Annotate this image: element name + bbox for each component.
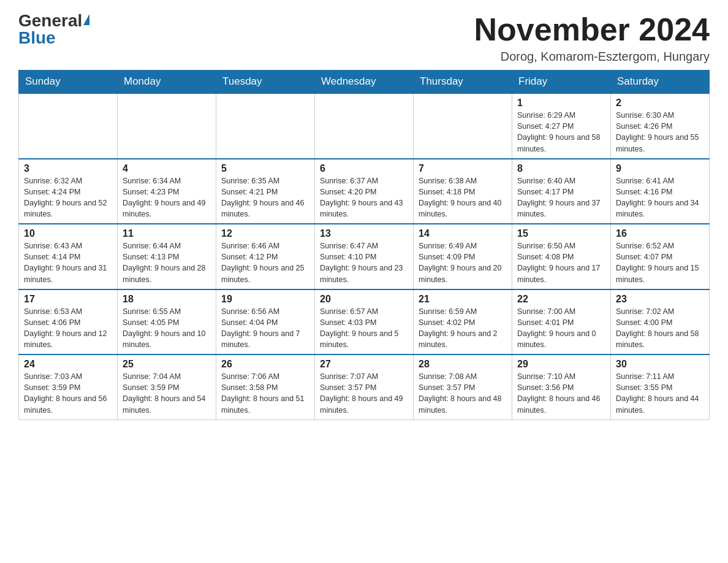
day-info: Sunrise: 6:47 AMSunset: 4:10 PMDaylight:… [320, 240, 408, 285]
day-info: Sunrise: 6:59 AMSunset: 4:02 PMDaylight:… [419, 306, 507, 351]
calendar-table: SundayMondayTuesdayWednesdayThursdayFrid… [18, 70, 710, 420]
calendar-day-22: 22Sunrise: 7:00 AMSunset: 4:01 PMDayligh… [512, 289, 611, 355]
weekday-header-monday: Monday [118, 71, 216, 94]
day-number: 26 [221, 359, 309, 370]
calendar-day-26: 26Sunrise: 7:06 AMSunset: 3:58 PMDayligh… [216, 354, 315, 419]
day-info: Sunrise: 6:37 AMSunset: 4:20 PMDaylight:… [320, 175, 408, 220]
day-info: Sunrise: 6:35 AMSunset: 4:21 PMDaylight:… [221, 175, 309, 220]
calendar-day-13: 13Sunrise: 6:47 AMSunset: 4:10 PMDayligh… [315, 224, 414, 289]
day-number: 28 [419, 359, 507, 370]
day-number: 19 [221, 294, 309, 305]
day-number: 3 [24, 163, 112, 174]
day-number: 24 [24, 359, 112, 370]
day-info: Sunrise: 6:34 AMSunset: 4:23 PMDaylight:… [123, 175, 211, 220]
day-info: Sunrise: 7:08 AMSunset: 3:57 PMDaylight:… [419, 371, 507, 416]
day-number: 2 [616, 98, 704, 109]
day-info: Sunrise: 7:11 AMSunset: 3:55 PMDaylight:… [616, 371, 704, 416]
day-info: Sunrise: 6:43 AMSunset: 4:14 PMDaylight:… [24, 240, 112, 285]
calendar-day-1: 1Sunrise: 6:29 AMSunset: 4:27 PMDaylight… [512, 93, 611, 159]
day-info: Sunrise: 7:00 AMSunset: 4:01 PMDaylight:… [517, 306, 605, 351]
day-info: Sunrise: 6:40 AMSunset: 4:17 PMDaylight:… [517, 175, 605, 220]
calendar-empty-cell [19, 93, 118, 159]
logo-triangle-icon [83, 14, 89, 25]
weekday-header-friday: Friday [512, 71, 611, 94]
day-number: 16 [616, 228, 704, 239]
calendar-day-20: 20Sunrise: 6:57 AMSunset: 4:03 PMDayligh… [315, 289, 414, 355]
day-number: 17 [24, 294, 112, 305]
calendar-day-29: 29Sunrise: 7:10 AMSunset: 3:56 PMDayligh… [512, 354, 611, 419]
calendar-day-16: 16Sunrise: 6:52 AMSunset: 4:07 PMDayligh… [611, 224, 710, 289]
day-number: 29 [517, 359, 605, 370]
calendar-day-23: 23Sunrise: 7:02 AMSunset: 4:00 PMDayligh… [611, 289, 710, 355]
month-title: November 2024 [474, 12, 710, 47]
day-number: 4 [123, 163, 211, 174]
calendar-empty-cell [216, 93, 315, 159]
calendar-day-5: 5Sunrise: 6:35 AMSunset: 4:21 PMDaylight… [216, 159, 315, 224]
page-header: General Blue November 2024 Dorog, Komaro… [18, 12, 710, 64]
day-info: Sunrise: 6:38 AMSunset: 4:18 PMDaylight:… [419, 175, 507, 220]
calendar-empty-cell [315, 93, 414, 159]
day-number: 8 [517, 163, 605, 174]
calendar-week-row: 1Sunrise: 6:29 AMSunset: 4:27 PMDaylight… [19, 93, 710, 159]
day-number: 23 [616, 294, 704, 305]
calendar-day-21: 21Sunrise: 6:59 AMSunset: 4:02 PMDayligh… [414, 289, 512, 355]
day-info: Sunrise: 6:52 AMSunset: 4:07 PMDaylight:… [616, 240, 704, 285]
calendar-day-9: 9Sunrise: 6:41 AMSunset: 4:16 PMDaylight… [611, 159, 710, 224]
calendar-day-3: 3Sunrise: 6:32 AMSunset: 4:24 PMDaylight… [19, 159, 118, 224]
day-info: Sunrise: 7:02 AMSunset: 4:00 PMDaylight:… [616, 306, 704, 351]
day-number: 13 [320, 228, 408, 239]
day-info: Sunrise: 6:29 AMSunset: 4:27 PMDaylight:… [517, 110, 605, 155]
day-number: 1 [517, 98, 605, 109]
weekday-header-saturday: Saturday [611, 71, 710, 94]
day-info: Sunrise: 6:44 AMSunset: 4:13 PMDaylight:… [123, 240, 211, 285]
day-number: 9 [616, 163, 704, 174]
calendar-header-row: SundayMondayTuesdayWednesdayThursdayFrid… [19, 71, 710, 94]
calendar-day-12: 12Sunrise: 6:46 AMSunset: 4:12 PMDayligh… [216, 224, 315, 289]
day-info: Sunrise: 6:53 AMSunset: 4:06 PMDaylight:… [24, 306, 112, 351]
day-number: 20 [320, 294, 408, 305]
day-number: 6 [320, 163, 408, 174]
calendar-day-17: 17Sunrise: 6:53 AMSunset: 4:06 PMDayligh… [19, 289, 118, 355]
day-info: Sunrise: 6:41 AMSunset: 4:16 PMDaylight:… [616, 175, 704, 220]
calendar-day-19: 19Sunrise: 6:56 AMSunset: 4:04 PMDayligh… [216, 289, 315, 355]
calendar-day-27: 27Sunrise: 7:07 AMSunset: 3:57 PMDayligh… [315, 354, 414, 419]
day-info: Sunrise: 7:07 AMSunset: 3:57 PMDaylight:… [320, 371, 408, 416]
day-info: Sunrise: 6:55 AMSunset: 4:05 PMDaylight:… [123, 306, 211, 351]
calendar-day-28: 28Sunrise: 7:08 AMSunset: 3:57 PMDayligh… [414, 354, 512, 419]
day-number: 7 [419, 163, 507, 174]
day-info: Sunrise: 6:49 AMSunset: 4:09 PMDaylight:… [419, 240, 507, 285]
calendar-day-24: 24Sunrise: 7:03 AMSunset: 3:59 PMDayligh… [19, 354, 118, 419]
day-info: Sunrise: 6:32 AMSunset: 4:24 PMDaylight:… [24, 175, 112, 220]
calendar-week-row: 17Sunrise: 6:53 AMSunset: 4:06 PMDayligh… [19, 289, 710, 355]
calendar-empty-cell [118, 93, 216, 159]
day-number: 25 [123, 359, 211, 370]
weekday-header-sunday: Sunday [19, 71, 118, 94]
calendar-day-18: 18Sunrise: 6:55 AMSunset: 4:05 PMDayligh… [118, 289, 216, 355]
day-info: Sunrise: 6:30 AMSunset: 4:26 PMDaylight:… [616, 110, 704, 155]
location: Dorog, Komarom-Esztergom, Hungary [474, 50, 710, 64]
day-info: Sunrise: 7:03 AMSunset: 3:59 PMDaylight:… [24, 371, 112, 416]
logo-blue: Blue [18, 28, 56, 47]
calendar-week-row: 3Sunrise: 6:32 AMSunset: 4:24 PMDaylight… [19, 159, 710, 224]
calendar-day-6: 6Sunrise: 6:37 AMSunset: 4:20 PMDaylight… [315, 159, 414, 224]
calendar-empty-cell [414, 93, 512, 159]
day-number: 12 [221, 228, 309, 239]
weekday-header-tuesday: Tuesday [216, 71, 315, 94]
day-number: 21 [419, 294, 507, 305]
calendar-day-8: 8Sunrise: 6:40 AMSunset: 4:17 PMDaylight… [512, 159, 611, 224]
day-info: Sunrise: 6:56 AMSunset: 4:04 PMDaylight:… [221, 306, 309, 351]
day-number: 18 [123, 294, 211, 305]
day-number: 27 [320, 359, 408, 370]
calendar-day-2: 2Sunrise: 6:30 AMSunset: 4:26 PMDaylight… [611, 93, 710, 159]
weekday-header-wednesday: Wednesday [315, 71, 414, 94]
calendar-day-15: 15Sunrise: 6:50 AMSunset: 4:08 PMDayligh… [512, 224, 611, 289]
day-info: Sunrise: 6:46 AMSunset: 4:12 PMDaylight:… [221, 240, 309, 285]
day-info: Sunrise: 7:10 AMSunset: 3:56 PMDaylight:… [517, 371, 605, 416]
weekday-header-thursday: Thursday [414, 71, 512, 94]
day-number: 30 [616, 359, 704, 370]
day-info: Sunrise: 7:04 AMSunset: 3:59 PMDaylight:… [123, 371, 211, 416]
day-info: Sunrise: 6:50 AMSunset: 4:08 PMDaylight:… [517, 240, 605, 285]
logo-general: General [18, 12, 82, 29]
day-number: 14 [419, 228, 507, 239]
calendar-day-11: 11Sunrise: 6:44 AMSunset: 4:13 PMDayligh… [118, 224, 216, 289]
